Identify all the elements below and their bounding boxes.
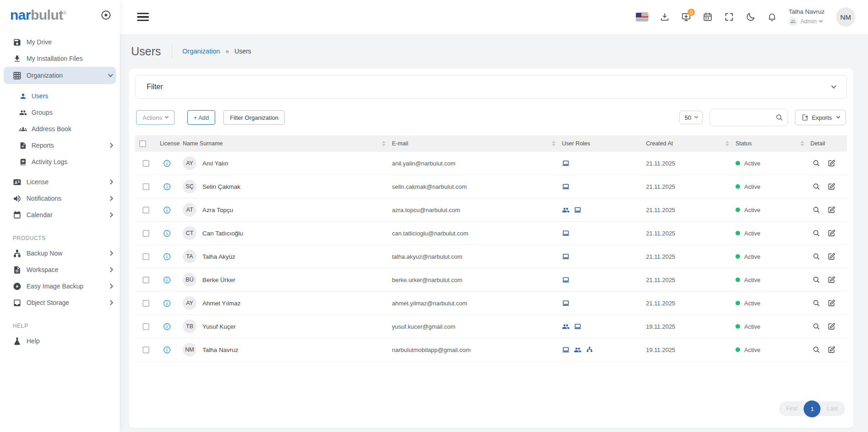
sort-icon[interactable] xyxy=(382,141,386,146)
download-tray-icon[interactable] xyxy=(660,12,670,22)
actions-button[interactable]: Actions xyxy=(136,110,175,125)
row-checkbox[interactable] xyxy=(143,230,149,237)
row-checkbox[interactable] xyxy=(143,253,149,260)
sidebar-item-label: Notifications xyxy=(26,195,61,202)
sidebar-item-object-storage[interactable]: Object Storage xyxy=(0,294,120,311)
target-icon[interactable] xyxy=(101,11,111,20)
user-email: azra.topcu@narbulut.com xyxy=(392,207,562,213)
info-icon[interactable] xyxy=(163,229,171,238)
status-dot xyxy=(736,231,740,235)
info-icon[interactable] xyxy=(163,252,171,261)
status-label: Active xyxy=(744,277,760,283)
edit-icon[interactable] xyxy=(827,276,836,284)
add-button[interactable]: + Add xyxy=(187,110,216,125)
pagination-first[interactable]: First xyxy=(779,405,804,412)
hamburger-menu-icon[interactable] xyxy=(137,13,149,21)
row-checkbox[interactable] xyxy=(143,347,149,353)
dark-mode-moon-icon[interactable] xyxy=(746,12,756,22)
info-icon[interactable] xyxy=(163,299,171,308)
breadcrumb-current: Users xyxy=(234,48,251,55)
filter-panel-title: Filter xyxy=(147,83,163,91)
edit-icon[interactable] xyxy=(827,182,836,191)
view-detail-icon[interactable] xyxy=(812,346,820,354)
search-icon[interactable] xyxy=(775,113,783,122)
fullscreen-icon[interactable] xyxy=(724,12,734,22)
info-icon[interactable] xyxy=(163,346,171,354)
page-size-select[interactable]: 50 xyxy=(679,111,702,124)
row-checkbox[interactable] xyxy=(143,160,149,167)
filter-panel-toggle[interactable]: Filter xyxy=(135,75,847,99)
view-detail-icon[interactable] xyxy=(812,206,820,214)
sidebar-item-address-book[interactable]: Address Book xyxy=(0,121,120,137)
status-dot xyxy=(736,347,740,352)
document-icon xyxy=(13,266,21,274)
avatar: CT xyxy=(183,226,196,240)
info-icon[interactable] xyxy=(163,182,171,191)
sidebar-item-my-installation-files[interactable]: My Installation Files xyxy=(0,50,120,67)
user-avatar[interactable]: NM xyxy=(836,7,855,27)
status-dot xyxy=(736,254,740,259)
info-icon[interactable] xyxy=(163,276,171,284)
sidebar-item-backup-now[interactable]: Backup Now xyxy=(0,245,120,261)
breadcrumb-organization[interactable]: Organization xyxy=(182,48,220,55)
edit-icon[interactable] xyxy=(827,252,836,261)
laptop-role-icon xyxy=(562,229,570,237)
pagination-last[interactable]: Last xyxy=(820,405,845,412)
view-detail-icon[interactable] xyxy=(812,159,820,167)
row-checkbox[interactable] xyxy=(143,277,149,283)
filter-organization-button[interactable]: Filter Organization xyxy=(223,110,285,125)
info-icon[interactable] xyxy=(163,159,171,168)
view-detail-icon[interactable] xyxy=(812,276,820,284)
row-checkbox[interactable] xyxy=(143,207,149,213)
user-menu[interactable]: Talha Navruz Admin xyxy=(789,8,825,26)
sidebar-item-users[interactable]: Users xyxy=(0,88,120,104)
sidebar-item-license[interactable]: License xyxy=(0,174,120,190)
sidebar-item-notifications[interactable]: Notifications xyxy=(0,190,120,207)
edit-icon[interactable] xyxy=(827,346,836,354)
edit-icon[interactable] xyxy=(827,299,836,307)
pagination-current-page[interactable]: 1 xyxy=(804,400,820,417)
us-flag-icon[interactable] xyxy=(636,13,648,21)
edit-icon[interactable] xyxy=(827,322,836,331)
edit-icon[interactable] xyxy=(827,206,836,214)
sidebar-item-help[interactable]: Help xyxy=(0,333,120,349)
sidebar-item-label: My Installation Files xyxy=(26,55,83,62)
view-detail-icon[interactable] xyxy=(812,322,820,331)
sort-icon[interactable] xyxy=(725,141,729,146)
sidebar-item-workspace[interactable]: Workspace xyxy=(0,261,120,278)
notification-badge: 0 xyxy=(688,9,695,16)
info-icon[interactable] xyxy=(163,322,171,331)
sort-icon[interactable] xyxy=(800,141,804,146)
select-all-checkbox[interactable] xyxy=(139,140,146,147)
sitemap-role-icon xyxy=(586,346,593,354)
row-checkbox[interactable] xyxy=(143,183,149,190)
sidebar-item-label: Address Book xyxy=(32,125,71,133)
row-checkbox[interactable] xyxy=(143,323,149,330)
exports-button[interactable]: Exports xyxy=(795,110,846,125)
sort-icon[interactable] xyxy=(552,141,556,146)
sidebar-item-activity-logs[interactable]: Activity Logs xyxy=(0,154,120,170)
sidebar-item-label: Workspace xyxy=(26,266,58,273)
sidebar-item-calendar[interactable]: Calendar xyxy=(0,207,120,223)
calendar-icon[interactable] xyxy=(703,12,713,22)
edit-icon[interactable] xyxy=(827,159,836,167)
view-detail-icon[interactable] xyxy=(812,182,820,191)
monitor-download-icon[interactable]: 0 xyxy=(681,12,691,22)
laptop-role-icon xyxy=(574,206,582,214)
chevron-right-icon xyxy=(108,212,113,217)
sidebar-item-reports[interactable]: Reports xyxy=(0,137,120,154)
edit-icon[interactable] xyxy=(827,229,836,237)
info-icon[interactable] xyxy=(163,206,171,214)
sidebar-item-my-drive[interactable]: My Drive xyxy=(0,34,120,50)
row-checkbox[interactable] xyxy=(143,300,149,307)
view-detail-icon[interactable] xyxy=(812,252,820,261)
avatar: TA xyxy=(183,250,196,263)
sidebar-item-label: Organization xyxy=(26,72,63,79)
sidebar-item-easy-image-backup[interactable]: Easy Image Backup xyxy=(0,278,120,294)
sidebar-item-groups[interactable]: Groups xyxy=(0,104,120,121)
bell-icon[interactable] xyxy=(767,12,777,22)
sidebar-item-organization[interactable]: Organization xyxy=(4,67,116,84)
view-detail-icon[interactable] xyxy=(812,299,820,307)
view-detail-icon[interactable] xyxy=(812,229,820,237)
admin-group-icon xyxy=(789,17,798,26)
